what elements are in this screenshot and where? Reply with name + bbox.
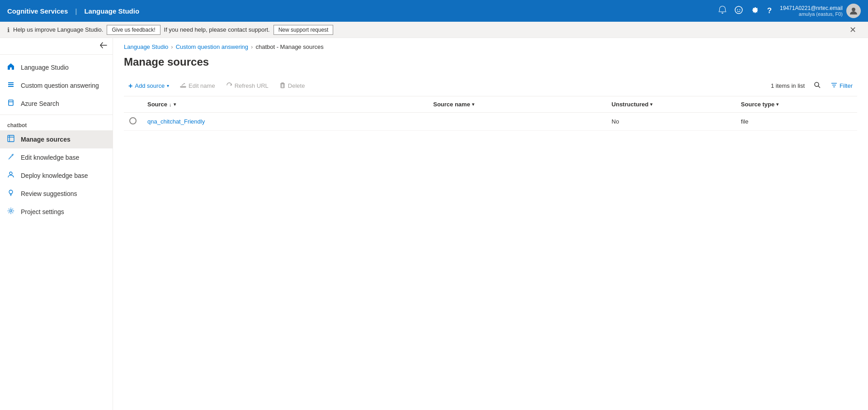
sidebar-item-review-suggestions[interactable]: Review suggestions xyxy=(0,185,113,203)
help-icon[interactable]: ? xyxy=(767,6,772,15)
sidebar-collapse-area xyxy=(0,38,113,55)
svg-point-15 xyxy=(10,210,12,212)
items-count: 1 items in list xyxy=(771,82,805,89)
search-button[interactable] xyxy=(810,79,825,92)
svg-rect-4 xyxy=(8,82,14,83)
feedbackbar: ℹ Help us improve Language Studio. Give … xyxy=(0,22,868,38)
collapse-sidebar-button[interactable] xyxy=(100,42,107,51)
sidebar-item-label: Deploy knowledge base xyxy=(21,172,88,179)
sources-table: Source ↓ ▾ Source name ▾ Unstructu xyxy=(124,96,857,131)
edit-name-button[interactable]: Edit name xyxy=(175,80,220,92)
page-title: Manage sources xyxy=(124,56,857,68)
list-icon xyxy=(7,81,16,90)
svg-rect-5 xyxy=(8,84,14,85)
th-unstructured-label: Unstructured xyxy=(612,101,649,108)
feedbackbar-close-button[interactable]: ✕ xyxy=(845,24,861,36)
feedback-icon[interactable] xyxy=(735,6,743,16)
user-email: 19471A0221@nrtec.email xyxy=(780,5,843,11)
topbar: Cognitive Services | Language Studio ? 1… xyxy=(0,0,868,22)
sidebar-item-project-settings[interactable]: Project settings xyxy=(0,203,113,221)
new-support-request-button[interactable]: New support request xyxy=(274,25,334,35)
table-icon xyxy=(7,135,16,144)
feedbackbar-help-text: Help us improve Language Studio. xyxy=(13,26,103,33)
svg-point-0 xyxy=(735,6,742,14)
feedback-icon-info: ℹ xyxy=(7,26,9,33)
sort-dropdown-icon-name[interactable]: ▾ xyxy=(472,102,474,107)
th-source[interactable]: Source ↓ ▾ xyxy=(142,96,428,113)
topbar-right: ? 19471A0221@nrtec.email amulya (eastus,… xyxy=(718,4,861,18)
sidebar-item-azure-search[interactable]: Azure Search xyxy=(0,95,113,113)
deploy-icon xyxy=(7,171,16,180)
sidebar-section-label: chatbot xyxy=(0,117,113,130)
topbar-divider: | xyxy=(75,7,77,15)
sidebar-item-deploy-knowledge-base[interactable]: Deploy knowledge base xyxy=(0,167,113,185)
topbar-title: Language Studio xyxy=(84,7,139,15)
svg-rect-8 xyxy=(8,135,14,142)
svg-rect-19 xyxy=(281,84,284,88)
user-info[interactable]: 19471A0221@nrtec.email amulya (eastus, F… xyxy=(780,4,861,18)
row-source-type: file xyxy=(736,113,857,131)
sidebar-item-label: Manage sources xyxy=(21,136,71,143)
row-unstructured: No xyxy=(606,113,736,131)
sidebar-item-label: Review suggestions xyxy=(21,190,77,197)
row-select-radio[interactable] xyxy=(129,117,137,124)
plus-icon: + xyxy=(128,82,132,90)
breadcrumb: Language Studio › Custom question answer… xyxy=(124,38,857,52)
svg-point-3 xyxy=(852,8,855,11)
avatar[interactable] xyxy=(846,4,861,18)
svg-point-1 xyxy=(737,9,738,10)
row-checkbox[interactable] xyxy=(124,113,142,131)
search-icon xyxy=(814,81,821,90)
add-source-button[interactable]: + Add source ▾ xyxy=(124,80,174,92)
source-link[interactable]: qna_chitchat_Friendly xyxy=(147,118,205,125)
table-row: qna_chitchat_Friendly No file xyxy=(124,113,857,131)
th-source-type-label: Source type xyxy=(741,101,774,108)
sidebar-item-label: Azure Search xyxy=(21,100,59,107)
brand-label: Cognitive Services xyxy=(7,7,68,15)
breadcrumb-link-language-studio[interactable]: Language Studio xyxy=(124,43,168,50)
sidebar-item-custom-question-answering[interactable]: Custom question answering xyxy=(0,76,113,95)
refresh-url-button[interactable]: Refresh URL xyxy=(222,80,273,92)
svg-rect-16 xyxy=(180,86,186,87)
toolbar: + Add source ▾ Edit name Refresh URL xyxy=(124,76,857,96)
topbar-brand: Cognitive Services | Language Studio xyxy=(7,7,139,15)
sort-dropdown-icon[interactable]: ▾ xyxy=(174,102,176,107)
svg-rect-6 xyxy=(8,86,14,87)
delete-icon xyxy=(279,82,286,90)
row-source-name xyxy=(428,113,606,131)
sidebar-item-manage-sources[interactable]: Manage sources xyxy=(0,130,113,148)
main-layout: Language Studio Custom question answerin… xyxy=(0,38,868,410)
settings-icon[interactable] xyxy=(751,6,759,16)
notification-icon[interactable] xyxy=(718,6,726,16)
nav-divider xyxy=(0,114,113,115)
th-source-type[interactable]: Source type ▾ xyxy=(736,96,857,113)
sidebar-nav: Language Studio Custom question answerin… xyxy=(0,55,113,410)
sidebar-item-label: Project settings xyxy=(21,208,64,215)
svg-point-2 xyxy=(739,9,740,10)
sort-dropdown-icon-type[interactable]: ▾ xyxy=(776,102,778,107)
svg-point-12 xyxy=(9,172,12,175)
sidebar: Language Studio Custom question answerin… xyxy=(0,38,113,410)
sidebar-item-label: Edit knowledge base xyxy=(21,154,79,161)
th-source-name[interactable]: Source name ▾ xyxy=(428,96,606,113)
add-source-dropdown-icon: ▾ xyxy=(167,83,169,88)
svg-line-17 xyxy=(182,83,184,86)
svg-point-20 xyxy=(815,82,819,86)
sidebar-item-language-studio[interactable]: Language Studio xyxy=(0,58,113,76)
breadcrumb-link-custom-question-answering[interactable]: Custom question answering xyxy=(176,43,248,50)
edit-icon xyxy=(7,153,16,162)
filter-button[interactable]: Filter xyxy=(826,80,857,92)
delete-button[interactable]: Delete xyxy=(275,80,310,92)
sidebar-item-label: Custom question answering xyxy=(21,82,99,89)
svg-rect-7 xyxy=(9,100,13,105)
sidebar-item-label: Language Studio xyxy=(21,64,69,71)
content-area: Language Studio › Custom question answer… xyxy=(113,38,868,410)
sidebar-item-edit-knowledge-base[interactable]: Edit knowledge base xyxy=(0,148,113,167)
sort-dropdown-icon-unstructured[interactable]: ▾ xyxy=(650,102,652,107)
row-source: qna_chitchat_Friendly xyxy=(142,113,428,131)
give-feedback-button[interactable]: Give us feedback! xyxy=(107,25,160,35)
user-subtitle: amulya (eastus, F0) xyxy=(780,11,843,17)
svg-line-18 xyxy=(184,83,185,84)
th-unstructured[interactable]: Unstructured ▾ xyxy=(606,96,736,113)
breadcrumb-sep-1: › xyxy=(171,43,173,50)
